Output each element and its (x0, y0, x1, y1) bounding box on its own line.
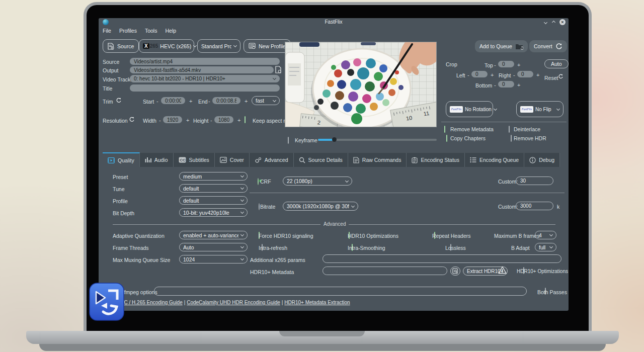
video-track-value: 0: hevc 10-bit bt2020 - HDR10 | HDR10+ (134, 76, 225, 81)
copy-chapters-checkbox[interactable] (446, 135, 447, 142)
tab-audio[interactable]: Audio (140, 153, 174, 167)
resolution-reset-icon[interactable] (129, 117, 135, 123)
encoder-select[interactable]: X 265 HEVC (x265) (139, 39, 194, 53)
height-minus[interactable]: - (210, 117, 212, 123)
crop-left-plus[interactable]: + (491, 72, 494, 78)
remove-metadata-checkbox[interactable] (444, 126, 445, 133)
crf-custom-input[interactable] (516, 177, 553, 185)
output-input[interactable] (130, 66, 274, 73)
repeat-headers-label: Repeat Headers (432, 233, 470, 239)
ffmpeg-options-input[interactable] (154, 287, 527, 296)
crf-value: 22 (1080p) (287, 178, 312, 184)
bitrate-select[interactable]: 3000k (1920x1080p @ 30fps) (283, 202, 358, 211)
keyframe-slider-handle[interactable] (332, 137, 337, 142)
b-adapt-select[interactable]: full (535, 243, 556, 251)
keep-aspect-checkbox[interactable] (245, 116, 246, 123)
width-input[interactable] (163, 116, 182, 123)
crop-right-plus[interactable]: + (536, 72, 539, 78)
deinterlace-checkbox[interactable] (509, 126, 510, 133)
crop-left-input[interactable] (471, 71, 488, 77)
tune-select[interactable]: default (179, 184, 248, 193)
max-muxing-select[interactable]: 1024 (179, 255, 248, 263)
crop-bottom-minus[interactable]: - (494, 82, 496, 88)
crop-auto-button[interactable]: Auto (544, 59, 569, 68)
tab-label: Encoding Status (421, 157, 459, 163)
menu-file[interactable]: File (103, 28, 111, 34)
trim-reset-icon[interactable] (116, 98, 122, 104)
tab-encoding-queue[interactable]: Encoding Queue (465, 153, 524, 167)
crf-radio[interactable] (258, 178, 259, 185)
tab-raw-commands[interactable]: Raw Commands (348, 153, 407, 167)
bitrate-custom-input[interactable] (516, 202, 553, 210)
chevron-down-icon (273, 98, 276, 102)
close-icon[interactable]: × (559, 19, 566, 25)
width-plus[interactable]: + (186, 117, 189, 123)
link-separator: | (282, 300, 283, 305)
crop-top-plus[interactable]: + (517, 62, 520, 68)
tab-label: Quality (118, 157, 134, 163)
width-minus[interactable]: - (159, 117, 161, 123)
encode-profile-select[interactable]: default (179, 196, 248, 205)
maximize-icon[interactable] (550, 20, 556, 25)
end-minus[interactable]: - (208, 98, 210, 104)
menu-help[interactable]: Help (165, 28, 176, 34)
keyframe-checkbox[interactable] (288, 137, 289, 144)
trim-end-input[interactable] (212, 97, 240, 104)
source-button[interactable]: Source (103, 39, 139, 53)
bit-depth-select[interactable]: 10-bit: yuv420p10le (179, 208, 248, 217)
crf-select[interactable]: 22 (1080p) (283, 177, 352, 186)
end-plus[interactable]: + (245, 98, 248, 104)
title-input[interactable] (130, 84, 280, 92)
crop-left-minus[interactable]: - (467, 72, 469, 78)
flip-select[interactable]: FastFlix No Flip (516, 101, 564, 117)
preset-select[interactable]: medium (179, 172, 248, 181)
tab-cover[interactable]: Cover (215, 153, 250, 167)
hdr10-metadata-input[interactable] (323, 267, 447, 275)
video-track-select[interactable]: 0: hevc 10-bit bt2020 - HDR10 | HDR10+ (130, 75, 280, 82)
height-input[interactable] (214, 116, 233, 123)
tab-quality[interactable]: Quality (103, 152, 140, 167)
save-file-icon[interactable] (275, 66, 281, 73)
tab-encoding-status[interactable]: Encoding Status (407, 153, 464, 167)
start-minus[interactable]: - (156, 98, 158, 104)
crop-reset-icon[interactable] (558, 74, 564, 79)
tab-advanced[interactable]: Advanced (250, 153, 294, 167)
adaptive-quantization-select[interactable]: enabled + auto-variance (179, 231, 248, 239)
remove-hdr-checkbox[interactable] (511, 135, 512, 142)
crop-top-minus[interactable]: - (494, 62, 496, 68)
profile-select[interactable]: Standard Profile (197, 39, 240, 53)
menu-profiles[interactable]: Profiles (119, 28, 137, 34)
copy-chapters-label: Copy Chapters (450, 135, 486, 141)
start-plus[interactable]: + (189, 98, 192, 104)
bitrate-radio[interactable] (259, 203, 260, 210)
source-input[interactable] (130, 58, 280, 65)
max-b-frames-select[interactable]: 4 (535, 231, 556, 239)
tab-source-details[interactable]: Source Details (294, 153, 348, 167)
link-hdr10-metadata-extraction[interactable]: HDR10+ Metadata Extraction (284, 300, 350, 305)
minimize-icon[interactable] (542, 20, 548, 25)
chevron-down-icon (240, 257, 244, 260)
browse-file-button[interactable] (450, 267, 460, 276)
add-to-queue-button[interactable]: Add to Queue (475, 40, 528, 52)
frame-threads-select[interactable]: Auto (179, 243, 248, 251)
trim-speed-select[interactable]: fast (252, 96, 280, 105)
crop-top-input[interactable] (498, 61, 514, 67)
link-uhd-hdr-guide[interactable]: CodeCalamity UHD HDR Encoding Guide (187, 300, 280, 305)
x265-params-input[interactable] (323, 254, 561, 263)
crop-right-minus[interactable]: - (513, 72, 515, 78)
keyframe-slider[interactable] (318, 139, 437, 141)
rotation-select[interactable]: FastFlix No Rotation (446, 101, 493, 117)
height-plus[interactable]: + (237, 117, 240, 123)
tab-subtitles[interactable]: CC Subtitles (174, 153, 215, 167)
convert-button[interactable]: Convert (529, 40, 567, 52)
new-profile-button[interactable]: New Profile (244, 39, 291, 53)
output-field-label: Output (103, 67, 119, 73)
menu-tools[interactable]: Tools (145, 28, 157, 34)
titlebar[interactable]: FastFlix × (99, 18, 569, 27)
crop-bottom-plus[interactable]: + (517, 82, 520, 88)
trim-start-input[interactable] (161, 97, 185, 104)
crop-bottom-input[interactable] (498, 81, 514, 87)
tab-debug[interactable]: Debug (524, 153, 560, 167)
fastflix-logo[interactable] (89, 283, 124, 321)
crop-right-input[interactable] (517, 71, 533, 77)
